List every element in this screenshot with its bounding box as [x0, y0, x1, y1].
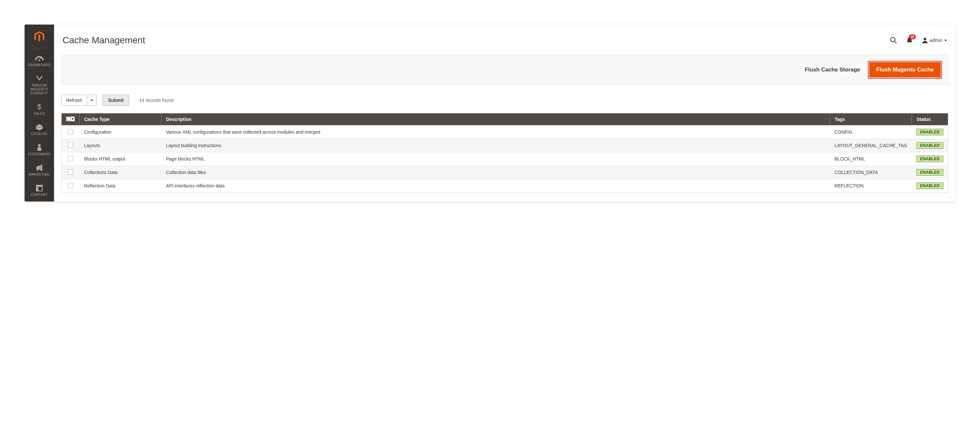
header-actions: 18 admin — [890, 37, 947, 44]
cell-tags: BLOCK_HTML — [830, 152, 912, 166]
cell-status: ENABLED — [912, 139, 948, 152]
cell-cache-type: Reflection Data — [80, 179, 162, 193]
flush-magento-cache-highlight: Flush Magento Cache — [868, 61, 942, 79]
column-header-description[interactable]: Description — [162, 113, 830, 126]
page-header: Cache Management 18 — [61, 25, 948, 55]
cell-status: ENABLED — [912, 152, 948, 166]
cell-cache-type: Blocks HTML output — [80, 152, 162, 166]
cell-cache-type: Configuration — [80, 126, 162, 139]
grid-toolbar: Refresh Submit 14 records found — [61, 95, 948, 106]
row-checkbox[interactable] — [68, 169, 73, 175]
admin-sidebar: DASHBOARD AMAZON MAGENTO CONNECT $ SALES… — [25, 25, 54, 201]
row-checkbox[interactable] — [68, 156, 73, 161]
cell-description: API interfaces reflection data — [162, 179, 830, 193]
table-row[interactable]: LayoutsLayout building instructionsLAYOU… — [62, 139, 948, 152]
status-badge: ENABLED — [916, 156, 943, 162]
status-badge: ENABLED — [916, 183, 943, 189]
search-button[interactable] — [890, 37, 897, 44]
select-all-toggle[interactable] — [66, 116, 75, 121]
records-found-label: 14 records found — [139, 98, 173, 103]
page-title: Cache Management — [62, 35, 145, 46]
column-header-cache-type[interactable]: Cache Type — [80, 113, 162, 126]
sidebar-item-amazon-connect[interactable]: AMAZON MAGENTO CONNECT — [25, 72, 54, 100]
submit-button[interactable]: Submit — [103, 95, 129, 106]
mass-action-value: Refresh — [62, 95, 87, 105]
sidebar-item-content[interactable]: CONTENT — [25, 181, 54, 201]
column-header-tags[interactable]: Tags — [830, 113, 912, 126]
magento-logo[interactable] — [34, 28, 44, 48]
sidebar-item-customers[interactable]: CUSTOMERS — [25, 140, 54, 161]
svg-rect-5 — [37, 187, 38, 191]
svg-point-6 — [891, 37, 895, 42]
search-icon — [890, 37, 897, 44]
nav-label: AMAZON MAGENTO CONNECT — [26, 84, 53, 96]
cell-tags: LAYOUT_GENERAL_CACHE_TAG — [830, 139, 912, 152]
row-checkbox[interactable] — [68, 129, 73, 134]
table-row[interactable]: Collections DataCollection data filesCOL… — [62, 166, 948, 179]
notification-badge: 18 — [909, 34, 916, 39]
status-badge: ENABLED — [916, 169, 943, 175]
status-badge: ENABLED — [916, 129, 943, 135]
nav-label: MARKETING — [26, 173, 53, 177]
status-badge: ENABLED — [916, 142, 943, 149]
sidebar-item-sales[interactable]: $ SALES — [25, 100, 54, 120]
svg-rect-1 — [39, 57, 41, 60]
checkbox-icon — [67, 117, 71, 121]
cell-tags: REFLECTION — [830, 179, 912, 193]
sidebar-divider — [30, 48, 48, 48]
cell-status: ENABLED — [912, 166, 948, 179]
box-icon — [35, 124, 43, 131]
table-row[interactable]: Reflection DataAPI interfaces reflection… — [62, 179, 948, 193]
nav-label: CATALOG — [26, 132, 53, 136]
sidebar-item-dashboard[interactable]: DASHBOARD — [25, 51, 54, 72]
main-content: Cache Management 18 — [54, 25, 955, 201]
person-icon — [37, 144, 42, 151]
svg-point-8 — [924, 38, 926, 40]
cell-cache-type: Layouts — [80, 139, 162, 152]
sidebar-item-marketing[interactable]: MARKETING — [25, 161, 54, 181]
user-icon — [922, 37, 928, 43]
nav-label: SALES — [26, 112, 53, 116]
cell-description: Page blocks HTML — [162, 152, 830, 166]
cell-tags: COLLECTION_DATA — [830, 166, 912, 179]
mass-action-caret[interactable] — [87, 95, 96, 105]
nav-label: DASHBOARD — [26, 63, 53, 67]
dollar-icon: $ — [26, 103, 53, 110]
flush-magento-cache-button[interactable]: Flush Magento Cache — [869, 62, 941, 77]
user-name: admin — [930, 38, 942, 43]
app-frame: DASHBOARD AMAZON MAGENTO CONNECT $ SALES… — [25, 25, 955, 201]
nav-label: CONTENT — [26, 193, 53, 197]
row-checkbox[interactable] — [68, 143, 73, 148]
nav-label: CUSTOMERS — [26, 152, 53, 156]
svg-rect-4 — [37, 185, 42, 187]
cell-cache-type: Collections Data — [80, 166, 162, 179]
column-header-select — [62, 113, 80, 126]
amazon-connect-icon — [35, 75, 43, 82]
flush-cache-storage-button[interactable]: Flush Cache Storage — [805, 67, 860, 73]
row-checkbox[interactable] — [68, 183, 73, 188]
column-header-status[interactable]: Status — [912, 113, 948, 126]
table-row[interactable]: ConfigurationVarious XML configurations … — [62, 126, 948, 139]
cell-tags: CONFIG — [830, 126, 912, 139]
table-row[interactable]: Blocks HTML outputPage blocks HTMLBLOCK_… — [62, 152, 948, 166]
page-action-bar: Flush Cache Storage Flush Magento Cache — [61, 55, 948, 85]
megaphone-icon — [35, 164, 43, 171]
chevron-down-icon — [72, 118, 74, 120]
svg-line-7 — [894, 41, 896, 44]
sidebar-item-catalog[interactable]: CATALOG — [25, 120, 54, 140]
cell-description: Collection data files — [162, 166, 830, 179]
gauge-icon — [35, 55, 44, 62]
cell-description: Layout building instructions — [162, 139, 830, 152]
cell-status: ENABLED — [912, 179, 948, 193]
cell-status: ENABLED — [912, 126, 948, 139]
chevron-down-icon — [944, 40, 947, 41]
cache-grid: Cache Type Description Tags Status Confi… — [61, 113, 948, 193]
chevron-down-icon — [91, 100, 93, 101]
user-menu[interactable]: admin — [922, 37, 947, 43]
svg-point-2 — [38, 144, 41, 147]
notifications-button[interactable]: 18 — [906, 37, 913, 44]
mass-action-select[interactable]: Refresh — [61, 95, 97, 106]
layout-icon — [36, 185, 43, 192]
magento-logo-icon — [34, 31, 44, 42]
cell-description: Various XML configurations that were col… — [162, 126, 830, 139]
